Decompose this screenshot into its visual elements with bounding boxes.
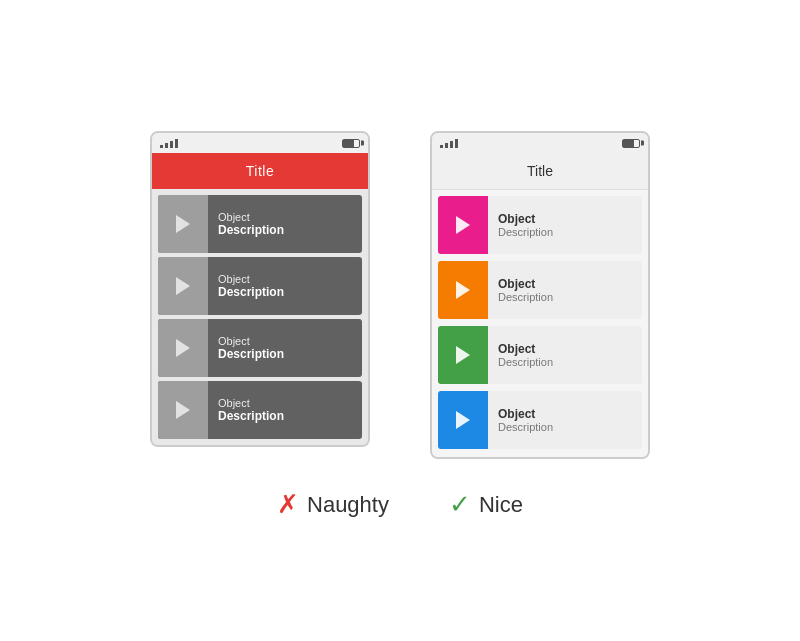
list-item[interactable]: Object Description (158, 381, 362, 439)
list-item[interactable]: Object Description (438, 391, 642, 449)
naughty-desc-3: Description (218, 347, 284, 361)
nice-desc-4: Description (498, 421, 553, 433)
nice-signal-icon (440, 138, 458, 148)
nice-title: Title (432, 153, 648, 190)
nice-obj-3: Object (498, 342, 553, 356)
naughty-signal-icon (160, 138, 178, 148)
play-icon (456, 346, 470, 364)
naughty-desc-1: Description (218, 223, 284, 237)
nice-thumb-2 (438, 261, 488, 319)
naughty-list: Object Description Object Description (152, 189, 368, 445)
naughty-thumb-3 (158, 319, 208, 377)
naughty-obj-4: Object (218, 397, 284, 409)
naughty-desc-4: Description (218, 409, 284, 423)
naughty-thumb-4 (158, 381, 208, 439)
naughty-battery-icon (342, 139, 360, 148)
naughty-label-text: Naughty (307, 492, 389, 518)
naughty-obj-2: Object (218, 273, 284, 285)
naughty-phone-wrapper: Title Object Description (150, 131, 370, 447)
naughty-label: ✗ Naughty (277, 489, 389, 520)
nice-battery-icon (622, 139, 640, 148)
list-item[interactable]: Object Description (158, 319, 362, 377)
nice-thumb-1 (438, 196, 488, 254)
nice-label: ✓ Nice (449, 489, 523, 520)
nice-phone-wrapper: Title Object Description (430, 131, 650, 459)
nice-thumb-4 (438, 391, 488, 449)
naughty-obj-3: Object (218, 335, 284, 347)
list-item[interactable]: Object Description (158, 195, 362, 253)
play-icon (456, 411, 470, 429)
naughty-x-icon: ✗ (277, 489, 299, 520)
play-icon (176, 215, 190, 233)
play-icon (176, 401, 190, 419)
naughty-phone-frame: Title Object Description (150, 131, 370, 447)
nice-obj-1: Object (498, 212, 553, 226)
list-item[interactable]: Object Description (438, 326, 642, 384)
naughty-item-text-3: Object Description (208, 319, 294, 377)
nice-phone-frame: Title Object Description (430, 131, 650, 459)
nice-list: Object Description Object Description (432, 190, 648, 457)
nice-check-icon: ✓ (449, 489, 471, 520)
naughty-thumb-1 (158, 195, 208, 253)
naughty-item-text-2: Object Description (208, 257, 294, 315)
naughty-item-text-4: Object Description (208, 381, 294, 439)
nice-desc-3: Description (498, 356, 553, 368)
nice-item-text-1: Object Description (488, 196, 563, 254)
naughty-obj-1: Object (218, 211, 284, 223)
nice-status-bar (432, 133, 648, 153)
naughty-item-text-1: Object Description (208, 195, 294, 253)
nice-desc-2: Description (498, 291, 553, 303)
label-row: ✗ Naughty ✓ Nice (277, 489, 523, 520)
naughty-thumb-2 (158, 257, 208, 315)
nice-item-text-2: Object Description (488, 261, 563, 319)
naughty-title: Title (152, 153, 368, 189)
play-icon (176, 339, 190, 357)
nice-thumb-3 (438, 326, 488, 384)
list-item[interactable]: Object Description (158, 257, 362, 315)
nice-item-text-3: Object Description (488, 326, 563, 384)
list-item[interactable]: Object Description (438, 261, 642, 319)
naughty-desc-2: Description (218, 285, 284, 299)
play-icon (176, 277, 190, 295)
comparison-container: Title Object Description (150, 131, 650, 459)
play-icon (456, 281, 470, 299)
nice-obj-2: Object (498, 277, 553, 291)
nice-desc-1: Description (498, 226, 553, 238)
nice-item-text-4: Object Description (488, 391, 563, 449)
list-item[interactable]: Object Description (438, 196, 642, 254)
play-icon (456, 216, 470, 234)
nice-label-text: Nice (479, 492, 523, 518)
naughty-status-bar (152, 133, 368, 153)
nice-obj-4: Object (498, 407, 553, 421)
